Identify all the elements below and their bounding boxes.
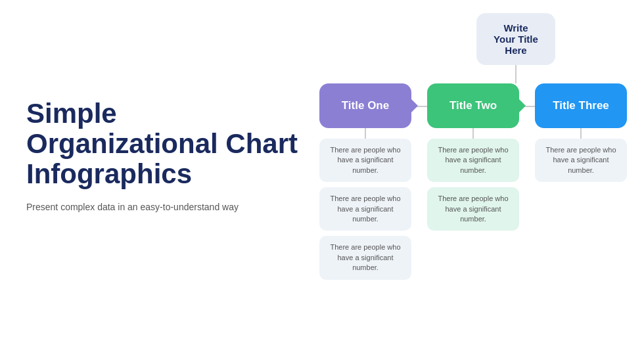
sub-card: There are people who have a significant … [427,187,519,231]
sub-card: There are people who have a significant … [535,139,627,182]
title-one-node: Title One [319,83,411,128]
title-three-node: Title Three [535,83,627,128]
vert-line-col3 [580,128,582,139]
col1: There are people who have a significant … [319,128,411,285]
title-two-node: Title Two [427,83,519,128]
subtitle: Present complex data in an easy-to-under… [26,202,302,212]
main-title: Simple Organizational Chart Infographics [26,99,302,190]
vert-line-col1 [365,128,366,139]
top-node: Write Your Title Here [476,13,555,65]
sub-card: There are people who have a significant … [319,236,411,279]
col2: There are people who have a significant … [427,128,519,236]
sub-card: There are people who have a significant … [319,187,411,231]
top-node-wrapper: Write Your Title Here [315,13,631,65]
title-row: Title One Title Two Title Three [314,83,632,128]
vert-line-top [515,65,517,83]
left-section: Simple Organizational Chart Infographics… [26,99,302,212]
sub-columns: There are people who have a significant … [315,128,631,285]
vert-line-col2 [472,128,474,139]
sub-card: There are people who have a significant … [427,139,519,182]
top-connector [315,65,631,83]
sub-card: There are people who have a significant … [319,139,411,182]
col3: There are people who have a significant … [535,128,627,187]
org-chart: Write Your Title Here Title One Title Tw… [315,13,631,285]
